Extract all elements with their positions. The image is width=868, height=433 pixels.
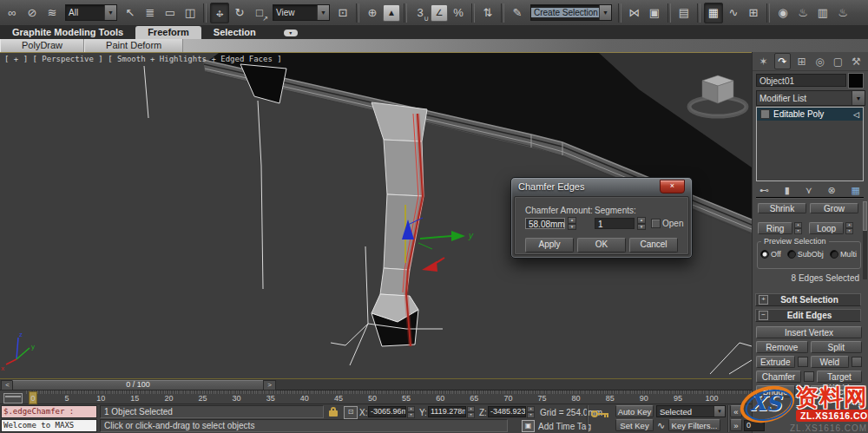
object-name-field[interactable]: Object01 (756, 74, 846, 87)
panel-polydraw[interactable]: PolyDraw (0, 39, 84, 52)
x-coordinate-field[interactable]: -3065.96m (368, 406, 406, 417)
modifier-stack[interactable]: Editable Poly ◁ (756, 107, 864, 181)
radio-multi[interactable]: Multi (830, 250, 857, 259)
transform-type-in-icon[interactable]: ⊡ (344, 406, 358, 419)
unlink-selection-icon[interactable]: ⊘ (23, 3, 42, 23)
select-and-scale-icon[interactable]: □↗ (250, 3, 269, 23)
render-setup-icon[interactable]: ♨ (793, 3, 812, 23)
select-and-manipulate-icon[interactable]: ⊕ (363, 3, 382, 23)
insert-vertex-button[interactable]: Insert Vertex (756, 326, 862, 338)
dropdown-arrow-icon[interactable]: ▼ (104, 5, 116, 20)
collapse-icon[interactable]: − (759, 311, 768, 320)
window-crossing-icon[interactable]: ◫ (181, 3, 200, 23)
split-button[interactable]: Split (811, 341, 863, 353)
align-icon[interactable]: ▣ (645, 3, 664, 23)
render-production-icon[interactable]: ♨ (833, 3, 852, 23)
spinner-snap-icon[interactable]: ⇅ (478, 3, 497, 23)
radio-subobj[interactable]: SubObj (787, 250, 824, 259)
shrink-button[interactable]: Shrink (758, 203, 806, 213)
time-slider-thumb[interactable]: 0 / 100 (12, 380, 264, 390)
ribbon-minimize-icon[interactable]: ▾ (284, 30, 298, 36)
material-editor-icon[interactable]: ◉ (773, 3, 792, 23)
chamfer-amount-field[interactable]: 58.08mm (525, 218, 565, 229)
dropdown-arrow-icon[interactable]: ▼ (317, 5, 329, 20)
edit-edges-rollout[interactable]: − Edit Edges (755, 309, 861, 322)
curve-editor-icon[interactable]: ∿ (724, 3, 743, 23)
radio-off[interactable]: Off (760, 250, 781, 259)
select-object-icon[interactable]: ↖ (121, 3, 140, 23)
auto-key-button[interactable]: Auto Key (615, 405, 654, 417)
make-unique-icon[interactable]: ⋎ (806, 185, 812, 196)
mini-curve-editor-icon[interactable] (3, 393, 23, 403)
configure-modifier-sets-icon[interactable]: ▦ (852, 185, 860, 196)
viewport-label[interactable]: [ + ] [ Perspective ] [ Smooth + Highlig… (4, 55, 282, 63)
weld-settings-icon[interactable] (852, 357, 862, 367)
percent-snap-icon[interactable]: % (449, 3, 468, 23)
use-pivot-center-icon[interactable]: ⊡ (333, 3, 352, 23)
key-mode-dropdown[interactable]: Selected ▼ (656, 405, 726, 417)
tab-hierarchy[interactable]: ⊞ (794, 54, 809, 69)
panel-paint-deform[interactable]: Paint Deform (84, 39, 183, 52)
named-selection-dropdown[interactable]: Create Selection Se▼ (530, 4, 612, 21)
time-slider-next[interactable]: > (263, 380, 276, 390)
y-coordinate-field[interactable]: 1119.278m (428, 406, 466, 417)
select-by-name-icon[interactable]: ≣ (141, 3, 160, 23)
add-time-tag[interactable]: Add Time Tag (538, 421, 591, 432)
dialog-titlebar[interactable]: Chamfer Edges × (511, 178, 692, 195)
tab-graphite-modeling-tools[interactable]: Graphite Modeling Tools (0, 26, 135, 39)
soft-selection-rollout[interactable]: + Soft Selection (755, 293, 861, 306)
command-panel-scrollbar[interactable] (863, 201, 867, 279)
time-tag-icon[interactable]: ▣ (522, 420, 535, 432)
set-key-button[interactable]: Set Key (615, 419, 654, 431)
graphite-toggle-icon[interactable]: ▦ (704, 3, 723, 23)
x-spinner[interactable]: ▴▾ (407, 406, 415, 418)
tab-display[interactable]: ▢ (831, 54, 845, 69)
reference-coordinate-dropdown[interactable]: View▼ (273, 4, 330, 21)
cancel-button[interactable]: Cancel (629, 238, 678, 253)
layer-manager-icon[interactable]: ▤ (674, 3, 694, 23)
segments-field[interactable]: 1 (595, 218, 635, 229)
rendered-frame-icon[interactable]: ▥ (813, 3, 832, 23)
modifier-onoff-icon[interactable] (760, 109, 770, 119)
open-checkbox[interactable] (651, 219, 661, 228)
stack-pin-icon[interactable]: ◁ (853, 110, 859, 119)
ok-button[interactable]: OK (577, 238, 626, 253)
default-in-out-tangent-icon[interactable]: ∿ (657, 420, 665, 431)
pin-stack-icon[interactable]: ⊷ (760, 185, 769, 196)
dropdown-arrow-icon[interactable]: ▼ (852, 91, 865, 105)
loop-spinner[interactable]: ▴▾ (845, 222, 853, 234)
edit-named-sets-icon[interactable]: ✎ (508, 3, 527, 23)
track-bar[interactable]: 0510152025303540455055606570758085909510… (0, 390, 752, 404)
tab-motion[interactable]: ◎ (812, 54, 827, 69)
remove-button[interactable]: Remove (756, 341, 808, 353)
chamfer-amount-spinner[interactable]: ▴▾ (568, 217, 576, 230)
tab-utilities[interactable]: ⚒ (849, 54, 864, 69)
tab-modify[interactable]: ↷ (774, 53, 791, 69)
y-spinner[interactable]: ▴▾ (467, 406, 475, 418)
maxscript-listener-macro[interactable]: $.edgeChamfer : (1, 405, 97, 418)
apply-button[interactable]: Apply (525, 238, 574, 253)
select-and-rotate-icon[interactable]: ↻ (230, 3, 249, 23)
select-and-move-icon[interactable]: ↔↕ (210, 3, 229, 23)
maxscript-listener[interactable]: Welcome to MAXS (1, 419, 97, 432)
schematic-view-icon[interactable]: ⊞ (744, 3, 763, 23)
dropdown-arrow-icon[interactable]: ▼ (599, 5, 611, 20)
tab-freeform[interactable]: Freeform (135, 26, 201, 39)
close-icon[interactable]: × (660, 180, 685, 194)
key-filters-button[interactable]: Key Filters... (668, 419, 720, 431)
mirror-icon[interactable]: ⋈ (625, 3, 644, 23)
tab-create[interactable]: ✶ (756, 54, 771, 69)
time-slider[interactable]: < 0 / 100 > (0, 379, 752, 390)
object-color-swatch[interactable] (848, 73, 864, 89)
expand-icon[interactable]: + (759, 295, 768, 305)
selection-lock-icon[interactable] (329, 407, 339, 417)
extrude-settings-icon[interactable] (798, 357, 808, 367)
stack-item-editable-poly[interactable]: Editable Poly ◁ (757, 108, 863, 121)
selection-filter-dropdown[interactable]: All▼ (65, 4, 117, 21)
segments-spinner[interactable]: ▴▾ (637, 217, 646, 230)
snap-toggle-3d-icon[interactable]: 3∪ (411, 3, 430, 23)
grow-button[interactable]: Grow (810, 203, 858, 213)
select-and-link-icon[interactable]: ∞ (3, 3, 22, 23)
loop-button[interactable]: Loop (809, 222, 844, 234)
weld-button[interactable]: Weld (811, 356, 850, 368)
